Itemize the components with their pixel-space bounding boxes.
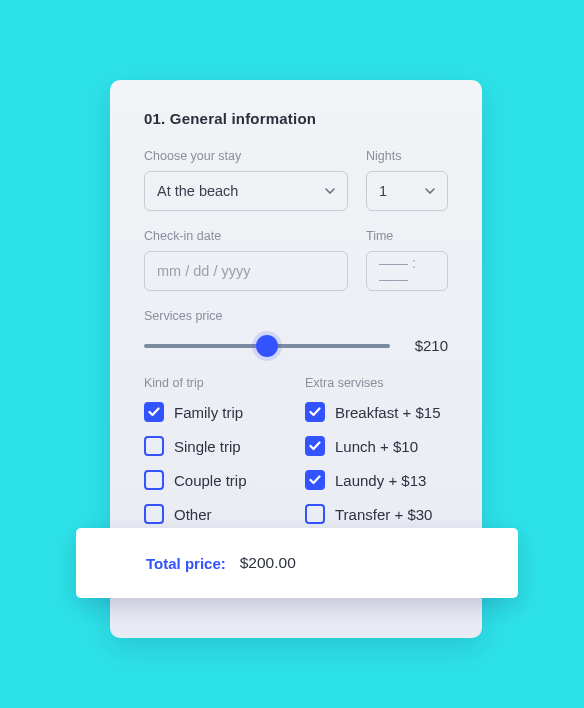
extras-column-title: Extra servises (305, 376, 448, 390)
checkbox-label: Lunch + $10 (335, 438, 418, 455)
checkbox-label: Laundy + $13 (335, 472, 426, 489)
nights-select[interactable]: 1 (366, 171, 448, 211)
checkin-placeholder: mm / dd / yyyy (157, 263, 250, 279)
trip-item-2[interactable]: Couple trip (144, 470, 287, 490)
app-background: 01. General information Choose your stay… (6, 6, 578, 702)
check-icon (309, 441, 321, 451)
trip-column-title: Kind of trip (144, 376, 287, 390)
services-slider-row: $210 (144, 337, 448, 354)
time-field: Time —— : —— (366, 229, 448, 291)
section-title: 01. General information (144, 110, 448, 127)
checkbox[interactable] (305, 436, 325, 456)
checkbox[interactable] (144, 470, 164, 490)
checkin-input[interactable]: mm / dd / yyyy (144, 251, 348, 291)
time-placeholder: —— : —— (379, 255, 435, 287)
total-label: Total price: (146, 555, 226, 572)
trip-item-0[interactable]: Family trip (144, 402, 287, 422)
chevron-down-icon (425, 188, 435, 194)
stay-field: Choose your stay At the beach (144, 149, 348, 211)
nights-field: Nights 1 (366, 149, 448, 211)
services-value: $210 (404, 337, 448, 354)
extra-item-2[interactable]: Laundy + $13 (305, 470, 448, 490)
time-label: Time (366, 229, 448, 243)
extras-column: Extra servises Breakfast + $15Lunch + $1… (305, 376, 448, 538)
stay-label: Choose your stay (144, 149, 348, 163)
extra-item-0[interactable]: Breakfast + $15 (305, 402, 448, 422)
chevron-down-icon (325, 188, 335, 194)
nights-label: Nights (366, 149, 448, 163)
extra-item-3[interactable]: Transfer + $30 (305, 504, 448, 524)
services-slider[interactable] (144, 344, 390, 348)
checkbox-label: Single trip (174, 438, 241, 455)
extra-item-1[interactable]: Lunch + $10 (305, 436, 448, 456)
options-columns: Kind of trip Family tripSingle tripCoupl… (144, 376, 448, 538)
app-canvas: 01. General information Choose your stay… (0, 0, 584, 708)
trip-list: Family tripSingle tripCouple tripOther (144, 402, 287, 524)
checkin-field: Check-in date mm / dd / yyyy (144, 229, 348, 291)
checkbox[interactable] (305, 402, 325, 422)
checkbox[interactable] (144, 402, 164, 422)
slider-thumb[interactable] (256, 335, 278, 357)
check-icon (148, 407, 160, 417)
extras-list: Breakfast + $15Lunch + $10Laundy + $13Tr… (305, 402, 448, 524)
check-icon (309, 475, 321, 485)
stay-value: At the beach (157, 183, 238, 199)
checkbox[interactable] (305, 504, 325, 524)
time-input[interactable]: —— : —— (366, 251, 448, 291)
checkbox[interactable] (305, 470, 325, 490)
checkbox-label: Transfer + $30 (335, 506, 432, 523)
row-stay-nights: Choose your stay At the beach Nights 1 (144, 149, 448, 211)
row-date-time: Check-in date mm / dd / yyyy Time —— : —… (144, 229, 448, 291)
trip-column: Kind of trip Family tripSingle tripCoupl… (144, 376, 287, 538)
checkbox-label: Couple trip (174, 472, 247, 489)
checkbox-label: Breakfast + $15 (335, 404, 440, 421)
trip-item-1[interactable]: Single trip (144, 436, 287, 456)
check-icon (309, 407, 321, 417)
total-card: Total price: $200.00 (76, 528, 518, 598)
checkbox[interactable] (144, 436, 164, 456)
total-value: $200.00 (240, 554, 296, 572)
checkbox[interactable] (144, 504, 164, 524)
checkbox-label: Other (174, 506, 212, 523)
services-field: Services price $210 (144, 309, 448, 354)
checkbox-label: Family trip (174, 404, 243, 421)
stay-select[interactable]: At the beach (144, 171, 348, 211)
trip-item-3[interactable]: Other (144, 504, 287, 524)
checkin-label: Check-in date (144, 229, 348, 243)
nights-value: 1 (379, 183, 387, 199)
services-label: Services price (144, 309, 448, 323)
